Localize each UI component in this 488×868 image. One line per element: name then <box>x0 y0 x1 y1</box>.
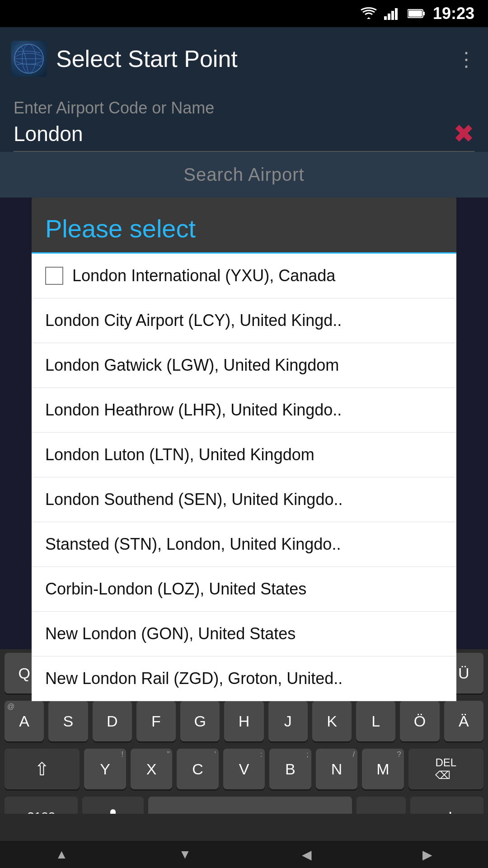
svg-rect-1 <box>388 14 390 20</box>
svg-rect-0 <box>384 16 387 20</box>
nav-down[interactable]: ▼ <box>178 847 191 862</box>
svg-rect-2 <box>391 11 394 20</box>
airport-item-text: New London (GON), United States <box>45 624 296 643</box>
key-a[interactable]: @A <box>5 701 44 741</box>
nav-right[interactable]: ▶ <box>422 847 432 862</box>
battery-icon <box>408 9 426 19</box>
key-x[interactable]: "X <box>131 749 172 789</box>
dropdown-container: Please select London International (YXU)… <box>32 198 456 701</box>
dropdown-header: Please select <box>32 198 456 254</box>
key-f[interactable]: F <box>136 701 176 741</box>
airport-checkbox[interactable] <box>45 267 63 285</box>
app-title: Select Start Point <box>56 45 447 72</box>
status-icons: 19:23 <box>361 4 474 23</box>
please-select-label: Please select <box>45 214 196 243</box>
airport-list-item[interactable]: Corbin-London (LOZ), United States <box>32 567 456 612</box>
airport-list-item[interactable]: London Luton (LTN), United Kingdom <box>32 433 456 477</box>
status-time: 19:23 <box>433 4 474 23</box>
key-shift[interactable]: ⇧ <box>5 749 80 789</box>
bottom-nav: ▲ ▼ ◀ ▶ <box>0 841 488 868</box>
key-d[interactable]: D <box>93 701 132 741</box>
airport-item-text: London International (YXU), Canada <box>72 266 335 285</box>
key-delete[interactable]: DEL⌫ <box>408 749 483 789</box>
svg-rect-3 <box>395 8 398 20</box>
key-b[interactable]: ;B <box>269 749 311 789</box>
status-bar: 19:23 <box>0 0 488 27</box>
svg-rect-6 <box>408 10 422 17</box>
nav-up[interactable]: ▲ <box>56 847 68 862</box>
key-o-umlaut[interactable]: Ö <box>400 701 439 741</box>
search-airport-button[interactable]: Search Airport <box>9 165 479 185</box>
airport-item-text: London City Airport (LCY), United Kingd.… <box>45 311 342 330</box>
key-v[interactable]: :V <box>223 749 265 789</box>
search-input-row: London ✖ <box>14 121 474 152</box>
globe-icon <box>13 43 45 75</box>
airport-item-text: Corbin-London (LOZ), United States <box>45 580 306 599</box>
airport-item-text: London Heathrow (LHR), United Kingdo.. <box>45 401 342 420</box>
airport-item-text: London Luton (LTN), United Kingdom <box>45 445 314 464</box>
keyboard-row-2: @A S D F G H J K L Ö Ä <box>0 697 488 745</box>
key-n[interactable]: /N <box>316 749 357 789</box>
key-c[interactable]: 'C <box>177 749 218 789</box>
airport-label: Enter Airport Code or Name <box>9 90 479 121</box>
airport-list-item[interactable]: London Heathrow (LHR), United Kingdo.. <box>32 388 456 433</box>
key-a-umlaut[interactable]: Ä <box>444 701 483 741</box>
key-y2[interactable]: !Y <box>84 749 126 789</box>
airport-list-item[interactable]: New London Rail (ZGD), Groton, United.. <box>32 656 456 701</box>
airport-list-item[interactable]: Stansted (STN), London, United Kingdo.. <box>32 522 456 567</box>
key-k[interactable]: K <box>312 701 352 741</box>
search-area: Enter Airport Code or Name London ✖ <box>0 90 488 152</box>
airport-list: London International (YXU), CanadaLondon… <box>32 254 456 701</box>
airport-list-item[interactable]: London International (YXU), Canada <box>32 254 456 298</box>
key-m[interactable]: ?M <box>362 749 404 789</box>
nav-arrows <box>0 814 488 841</box>
search-input[interactable]: London <box>14 122 449 146</box>
svg-rect-5 <box>423 12 425 15</box>
app-header: Select Start Point ⋮ <box>0 27 488 90</box>
airport-list-item[interactable]: London Southend (SEN), United Kingdo.. <box>32 477 456 522</box>
airport-item-text: London Gatwick (LGW), United Kingdom <box>45 356 339 375</box>
menu-button[interactable]: ⋮ <box>456 47 477 71</box>
wifi-icon <box>361 7 377 20</box>
airport-list-item[interactable]: New London (GON), United States <box>32 612 456 656</box>
keyboard-row-3: ⇧ !Y "X 'C :V ;B /N ?M DEL⌫ <box>0 745 488 793</box>
signal-icon <box>384 7 400 20</box>
clear-button[interactable]: ✖ <box>453 121 474 146</box>
search-button-row: Search Airport <box>0 152 488 198</box>
nav-left[interactable]: ◀ <box>302 847 312 862</box>
key-s[interactable]: S <box>48 701 88 741</box>
app-logo <box>11 41 47 77</box>
key-l[interactable]: L <box>356 701 395 741</box>
key-h[interactable]: H <box>224 701 263 741</box>
key-g[interactable]: G <box>180 701 220 741</box>
airport-list-item[interactable]: London Gatwick (LGW), United Kingdom <box>32 343 456 388</box>
airport-item-text: New London Rail (ZGD), Groton, United.. <box>45 669 343 688</box>
airport-item-text: Stansted (STN), London, United Kingdo.. <box>45 535 341 554</box>
airport-item-text: London Southend (SEN), United Kingdo.. <box>45 490 343 509</box>
key-j[interactable]: J <box>268 701 308 741</box>
airport-list-item[interactable]: London City Airport (LCY), United Kingd.… <box>32 298 456 343</box>
